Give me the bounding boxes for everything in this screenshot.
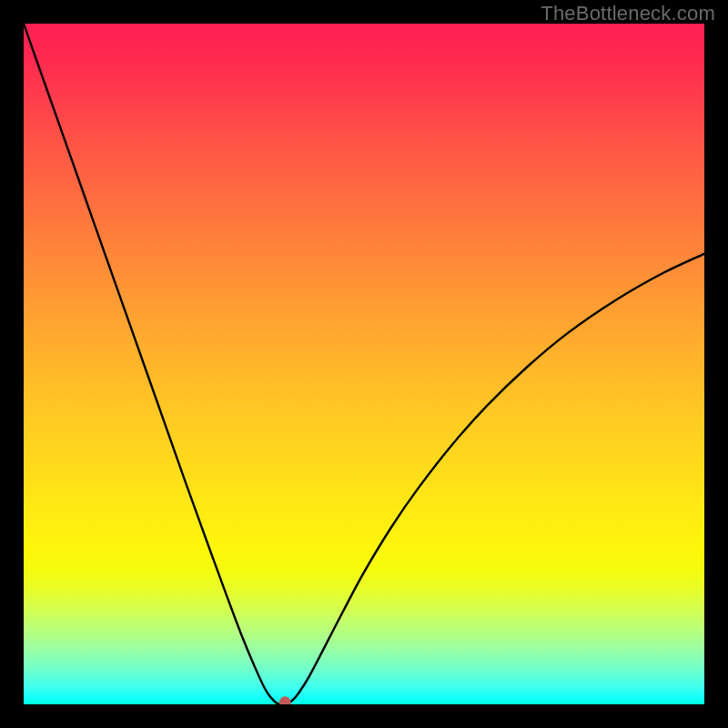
plot-area — [24, 24, 704, 704]
min-marker — [279, 697, 290, 704]
attribution-label: TheBottleneck.com — [541, 2, 715, 25]
chart-svg — [24, 24, 704, 704]
bottleneck-curve-path — [24, 24, 704, 704]
